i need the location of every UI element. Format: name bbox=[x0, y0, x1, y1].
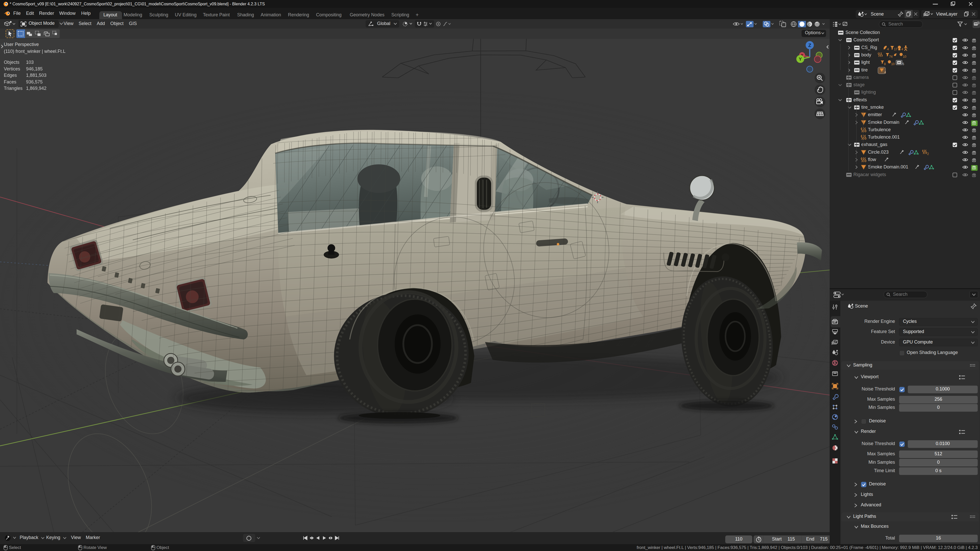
svg-text:Y: Y bbox=[799, 57, 802, 62]
svg-text:Z: Z bbox=[808, 43, 811, 48]
